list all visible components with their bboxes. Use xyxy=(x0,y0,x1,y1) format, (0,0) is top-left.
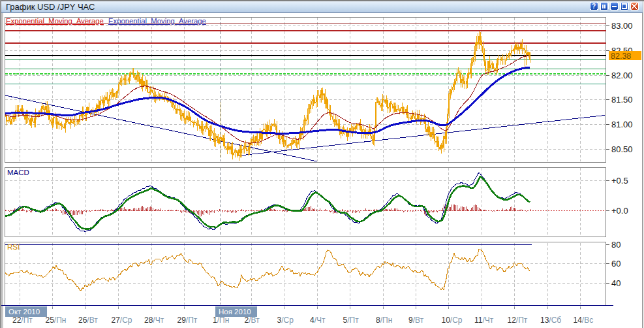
svg-text:Окт 2010: Окт 2010 xyxy=(8,308,40,316)
svg-text:10/Ср: 10/Ср xyxy=(442,316,463,325)
svg-text:14/Вс: 14/Вс xyxy=(574,316,594,325)
svg-text:29/Пт: 29/Пт xyxy=(177,316,198,325)
svg-text:Exponential_Moving_Average: Exponential_Moving_Average xyxy=(6,17,104,25)
svg-text:26/Вт: 26/Вт xyxy=(78,316,98,325)
svg-text:82.38: 82.38 xyxy=(611,52,631,61)
svg-text:82.00: 82.00 xyxy=(611,71,633,80)
svg-text:13/Сб: 13/Сб xyxy=(540,316,561,325)
svg-text:28/Чт: 28/Чт xyxy=(144,316,164,325)
svg-text:График USD /JPY ЧАС: График USD /JPY ЧАС xyxy=(6,2,95,12)
svg-text:8/Пн: 8/Пн xyxy=(376,316,392,325)
svg-text:12/Пт: 12/Пт xyxy=(508,316,528,325)
svg-text:+0.0: +0.0 xyxy=(611,206,628,216)
svg-text:11/Чт: 11/Чт xyxy=(474,316,494,325)
svg-text:MACD: MACD xyxy=(7,169,29,176)
svg-text:5/Пт: 5/Пт xyxy=(343,316,360,325)
svg-text:22/Пт: 22/Пт xyxy=(12,316,33,325)
svg-text:81.00: 81.00 xyxy=(611,120,633,129)
svg-text:3/Ср: 3/Ср xyxy=(277,316,294,325)
svg-text:25/Пн: 25/Пн xyxy=(46,316,67,325)
svg-text:27/Ср: 27/Ср xyxy=(112,316,132,325)
svg-text:81.50: 81.50 xyxy=(611,95,633,105)
svg-text:60: 60 xyxy=(611,259,621,269)
svg-text:80.50: 80.50 xyxy=(611,144,633,154)
svg-text:1/Пн: 1/Пн xyxy=(213,316,229,325)
svg-text:?: ? xyxy=(592,3,596,10)
svg-text:2/Вт: 2/Вт xyxy=(245,316,260,325)
svg-text:40: 40 xyxy=(611,278,621,288)
svg-text:9/Вт: 9/Вт xyxy=(408,316,424,325)
svg-text:4/Чт: 4/Чт xyxy=(310,316,326,325)
svg-text:80: 80 xyxy=(611,240,621,250)
svg-text:Ноя 2010: Ноя 2010 xyxy=(219,308,251,316)
svg-text:83.00: 83.00 xyxy=(611,21,633,31)
svg-text:RSI: RSI xyxy=(7,243,20,251)
svg-text:+0.5: +0.5 xyxy=(611,176,628,186)
svg-text:Exponential_Moving_Average: Exponential_Moving_Average xyxy=(108,17,206,25)
